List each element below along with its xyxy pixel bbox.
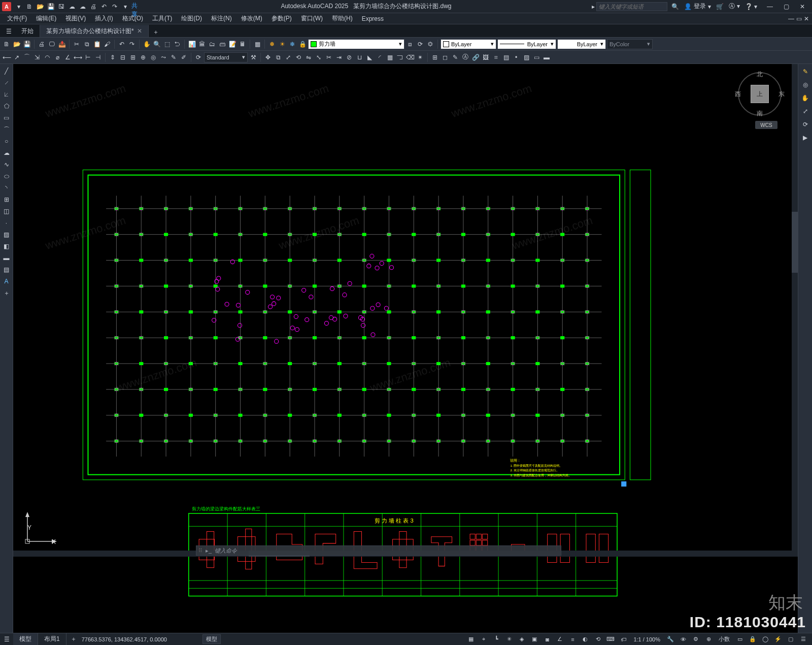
doc-minimize-icon[interactable]: — (788, 15, 794, 22)
undo2-icon[interactable]: ↶ (117, 40, 126, 49)
create-block-icon[interactable]: ◻ (441, 53, 450, 62)
lineweight-toggle-icon[interactable]: ≡ (567, 635, 578, 644)
help-icon[interactable]: ❔ ▾ (745, 3, 757, 10)
snap-grid-icon[interactable]: ▦ (465, 635, 477, 644)
menu-draw[interactable]: 绘图(D) (177, 13, 206, 24)
insert-block-icon[interactable]: ⊞ (430, 53, 439, 62)
make-block-icon[interactable]: ◫ (2, 206, 12, 216)
dim-ordinate-icon[interactable]: ⇲ (32, 53, 42, 62)
spline-icon[interactable]: ∿ (2, 159, 12, 170)
nav-fullnav-icon[interactable]: ✎ (800, 66, 811, 77)
designcenter-icon[interactable]: 🏛 (197, 40, 207, 49)
menu-modify[interactable]: 修改(M) (237, 13, 266, 24)
prop-color-dropdown[interactable]: ByLayer ▾ (441, 39, 496, 49)
break-icon[interactable]: ⊘ (345, 53, 354, 62)
ellipse-arc-icon[interactable]: ◝ (2, 183, 12, 193)
minimize-button[interactable]: — (762, 1, 777, 12)
quickprops-toggle-icon[interactable]: ▭ (734, 635, 746, 644)
edit-block-icon[interactable]: ✎ (451, 53, 460, 62)
viewcube-west[interactable]: 西 (735, 90, 741, 99)
dimedit-icon[interactable]: ✎ (169, 53, 178, 62)
vertical-scrollbar[interactable] (792, 64, 798, 557)
layout-add-button[interactable]: ＋ (69, 634, 79, 644)
login-button[interactable]: 👤 登录 ▾ (684, 2, 711, 11)
dimstyle-update-icon[interactable]: ⟳ (194, 53, 203, 62)
web-save-icon[interactable]: ☁ (78, 2, 87, 11)
menu-help[interactable]: 帮助(H) (328, 13, 357, 24)
gradient-icon[interactable]: ◧ (2, 241, 12, 251)
stretch-icon[interactable]: ⤢ (284, 53, 293, 62)
viewcube-north[interactable]: 北 (757, 70, 763, 79)
attribute-icon[interactable]: Ⓐ (461, 53, 470, 62)
region-tool-icon[interactable]: ▬ (2, 253, 12, 263)
grip-icon[interactable]: ⠿ (198, 547, 202, 554)
layer-lock-icon[interactable]: 🔒 (298, 40, 307, 49)
join-icon[interactable]: ⊔ (355, 53, 364, 62)
view-cube[interactable]: 上 北 南 东 西 (737, 71, 783, 117)
copyobj-icon[interactable]: ⧉ (274, 53, 283, 62)
share-icon[interactable]: ✈ 共享 (131, 2, 141, 11)
paste-icon[interactable]: 📋 (92, 40, 101, 49)
dimstyle-icon[interactable]: ⚒ (249, 53, 258, 62)
transparency-icon[interactable]: ◐ (580, 635, 591, 644)
menu-window[interactable]: 窗口(W) (297, 13, 327, 24)
rotate-icon[interactable]: ⟲ (294, 53, 303, 62)
dim-diameter-icon[interactable]: ⌀ (53, 53, 62, 62)
status-units[interactable]: 小数 (716, 635, 733, 643)
viewcube-south[interactable]: 南 (757, 109, 763, 118)
dim-baseline-icon[interactable]: ⊢ (83, 53, 92, 62)
search-icon[interactable]: 🔍 (671, 3, 679, 10)
dyninput-icon[interactable]: ⌨ (605, 635, 616, 644)
menu-dimension[interactable]: 标注(N) (207, 13, 236, 24)
dim-aligned-icon[interactable]: ↗ (12, 53, 21, 62)
fillet-icon[interactable]: ◜ (375, 53, 384, 62)
prop-lineweight-dropdown[interactable]: ByLayer ▾ (557, 39, 606, 49)
drawing-canvas[interactable]: 说明： 1. 图中梁截面尺寸及配筋见结构说明。 2. 未注明钢筋搭接长度按规范执… (13, 64, 798, 633)
dim-continue-icon[interactable]: ⊣ (93, 53, 103, 62)
open-icon[interactable]: 📂 (36, 2, 45, 11)
hatch-tool-icon[interactable]: ▨ (2, 230, 12, 240)
text-style-dropdown[interactable]: Standard ▾ (204, 52, 248, 62)
isodraft-icon[interactable]: ◈ (516, 635, 527, 644)
annotation-monitor-icon[interactable]: ⊕ (703, 635, 714, 644)
close-button[interactable]: ✕ (795, 1, 810, 12)
properties-icon[interactable]: 📊 (187, 40, 196, 49)
block-icon[interactable]: ▦ (253, 40, 262, 49)
saveas-icon[interactable]: 🖫 (57, 2, 66, 11)
region-icon[interactable]: ▭ (532, 53, 541, 62)
dim-quick-icon[interactable]: ⟷ (73, 53, 82, 62)
preview-icon[interactable]: 🖵 (47, 40, 56, 49)
dim-break-icon[interactable]: ⊟ (118, 53, 127, 62)
layer-freeze-icon[interactable]: ❄ (288, 40, 297, 49)
nav-pan-icon[interactable]: ✋ (800, 92, 811, 104)
pan-icon[interactable]: ✋ (142, 40, 151, 49)
status-scale[interactable]: 1:1 / 100% (630, 636, 663, 642)
toolpalettes-icon[interactable]: 🗂 (208, 40, 217, 49)
jogged-icon[interactable]: ⤳ (159, 53, 168, 62)
insert-icon[interactable]: ⊞ (2, 195, 12, 205)
arc-icon[interactable]: ⌒ (2, 124, 12, 135)
qnew-icon[interactable]: 🗎 (2, 40, 11, 49)
mirror-icon[interactable]: ⇋ (304, 53, 313, 62)
line-icon[interactable]: ╱ (2, 66, 12, 76)
layout-tab-layout1[interactable]: 布局1 (38, 633, 66, 645)
print-icon[interactable]: 🖨 (37, 40, 46, 49)
osnap-icon[interactable]: ▣ (529, 635, 540, 644)
table-tool-icon[interactable]: ▤ (2, 265, 12, 275)
menu-insert[interactable]: 插入(I) (91, 13, 117, 24)
polar-icon[interactable]: ✳ (503, 635, 515, 644)
zoom-icon[interactable]: 🔍 (152, 40, 161, 49)
search-input[interactable] (596, 2, 667, 11)
chamfer-icon[interactable]: ◣ (365, 53, 374, 62)
quickprops-icon[interactable]: 🏷 (618, 635, 629, 644)
cart-icon[interactable]: 🛒 (716, 3, 724, 10)
redo2-icon[interactable]: ↷ (127, 40, 137, 49)
layer-state-icon[interactable]: ☀ (278, 40, 287, 49)
inspect-icon[interactable]: ◎ (149, 53, 158, 62)
layout-list-icon[interactable]: ☰ (0, 634, 13, 645)
scale-icon[interactable]: ⤡ (314, 53, 323, 62)
erase-icon[interactable]: ⌫ (405, 53, 415, 62)
lock-ui-icon[interactable]: 🔒 (747, 635, 758, 644)
web-open-icon[interactable]: ☁ (67, 2, 77, 11)
command-line[interactable]: ⠿ ▸_ 键入命令 (196, 545, 561, 556)
